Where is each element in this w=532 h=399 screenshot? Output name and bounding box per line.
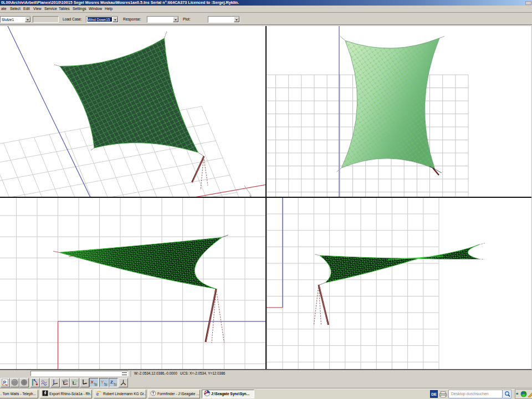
svg-text:P: P: [3, 380, 6, 385]
svg-text:Z: Z: [110, 380, 113, 385]
svg-text:X: X: [91, 380, 94, 385]
svg-text:Y: Y: [101, 380, 104, 385]
